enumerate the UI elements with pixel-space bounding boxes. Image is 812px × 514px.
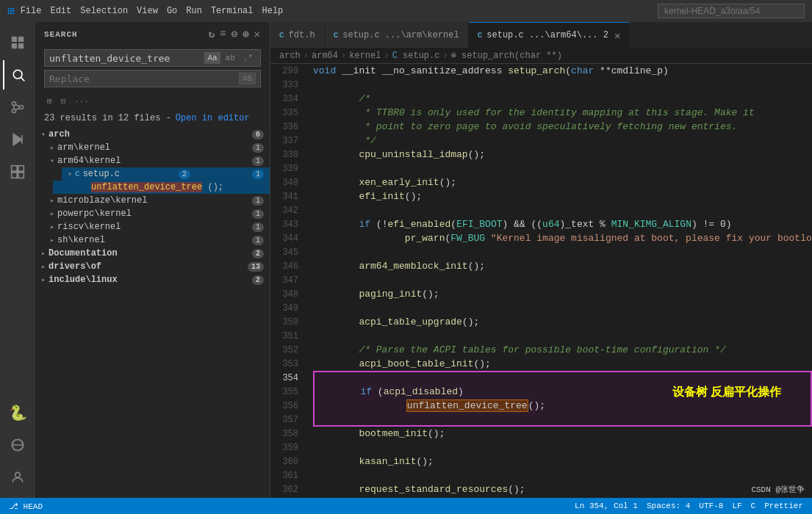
match-suffix: ();: [207, 182, 223, 192]
remote-explorer-icon[interactable]: [3, 430, 32, 460]
line-number-345: 345: [270, 245, 298, 259]
search-activity-icon[interactable]: [3, 60, 32, 90]
main-layout: 🐍 SEARCH ↻ ≡ ⊖ ⊕ ✕ Aa: [0, 22, 812, 498]
collapse-all-icon[interactable]: ⊖: [231, 28, 238, 40]
account-icon[interactable]: [3, 463, 32, 492]
status-encoding[interactable]: UTF-8: [699, 502, 723, 510]
arm64-kernel-header[interactable]: ▾ arm64\kernel 1: [44, 154, 270, 167]
close-icon[interactable]: ✕: [254, 28, 261, 40]
breadcrumb-function[interactable]: ⊕ setup_arch(char **): [451, 50, 562, 61]
menu-view[interactable]: View: [137, 6, 158, 16]
status-bar: ⎇ HEAD Ln 354, Col 1 Spaces: 4 UTF-8 LF …: [0, 498, 812, 514]
status-branch[interactable]: ⎇ HEAD: [9, 502, 43, 511]
tab-setup-c-arm[interactable]: C setup.c ...\arm\kernel: [325, 22, 469, 48]
setup-c-file-header[interactable]: ▾ C setup.c 2 1: [62, 167, 270, 181]
breadcrumb-arch[interactable]: arch: [279, 51, 301, 61]
riscv-kernel-header[interactable]: ▸ riscv\kernel 1: [44, 220, 270, 234]
whole-word-toggle[interactable]: ab: [223, 52, 238, 64]
menu-go[interactable]: Go: [167, 6, 177, 16]
code-line-349: [313, 301, 812, 315]
status-ln-col[interactable]: Ln 354, Col 1: [575, 502, 638, 510]
powerpc-kernel-header[interactable]: ▸ powerpc\kernel 1: [44, 207, 270, 220]
code-line-299: void __init __no_sanitize_address setup_…: [313, 64, 812, 78]
status-eol[interactable]: LF: [732, 502, 741, 510]
replace-input[interactable]: [49, 73, 236, 84]
status-language[interactable]: C: [751, 502, 756, 510]
search-input[interactable]: [49, 53, 201, 64]
refresh-icon[interactable]: ↻: [209, 28, 215, 40]
open-in-editor-link[interactable]: Open in editor: [176, 113, 250, 123]
code-token-plain: **cmdline_p): [594, 65, 668, 76]
svg-rect-14: [18, 173, 24, 178]
svg-marker-9: [13, 134, 22, 145]
python-icon[interactable]: 🐍: [3, 398, 32, 427]
status-spaces[interactable]: Spaces: 4: [647, 502, 690, 510]
code-editor: 2993333343353363373383393403413423433443…: [270, 64, 812, 498]
extensions-icon[interactable]: [3, 157, 32, 187]
code-token-fn: cpu_uninstall_idmap: [359, 149, 467, 160]
line-number-344: 344: [270, 231, 298, 245]
search-match-token: unflatten_device_tree: [406, 399, 528, 412]
filter-files-icon[interactable]: ⊞: [44, 95, 55, 107]
code-token-str: "Kernel image misaligned at boot, please…: [485, 233, 812, 244]
line-number-358: 358: [270, 427, 298, 441]
explorer-icon[interactable]: [3, 28, 32, 57]
replace-match-icon[interactable]: ⊕: [251, 183, 256, 192]
powerpc-badge: 1: [252, 209, 264, 219]
source-control-icon[interactable]: [3, 93, 32, 122]
clear-icon[interactable]: ≡: [220, 28, 226, 40]
arch-chevron-icon: ▾: [41, 130, 46, 139]
tab-fdt-h[interactable]: C fdt.h: [270, 22, 325, 48]
expand-all-icon[interactable]: ⊕: [242, 28, 249, 40]
breadcrumb-file[interactable]: C setup.c: [392, 51, 440, 61]
arm-kernel-header[interactable]: ▸ arm\kernel 1: [44, 141, 270, 154]
drivers-badge: 13: [248, 262, 264, 272]
breadcrumb-arm64[interactable]: arm64: [312, 51, 338, 61]
code-token-plain: __init __no_sanitize_address: [336, 65, 508, 76]
menu-bar[interactable]: File Edit Selection View Go Run Terminal…: [21, 6, 284, 16]
menu-help[interactable]: Help: [262, 6, 284, 16]
arm-kernel-label: arm\kernel: [57, 142, 110, 153]
menu-terminal[interactable]: Terminal: [211, 6, 254, 16]
riscv-badge: 1: [252, 222, 264, 232]
menu-run[interactable]: Run: [186, 6, 202, 16]
menu-selection[interactable]: Selection: [80, 6, 128, 16]
code-token-fn: setup_arch: [508, 65, 565, 76]
code-token-plain: ();: [439, 177, 456, 188]
code-content[interactable]: void __init __no_sanitize_address setup_…: [307, 64, 812, 498]
documentation-header[interactable]: ▸ Documentation 2: [35, 247, 270, 260]
dismiss-match-icon[interactable]: ✕: [259, 183, 264, 192]
case-sensitive-toggle[interactable]: Aa: [204, 52, 220, 64]
open-new-icon[interactable]: ⊟: [58, 95, 69, 107]
code-line-361: [313, 468, 812, 482]
breadcrumb-sep1: ›: [303, 51, 309, 61]
menu-edit[interactable]: Edit: [50, 6, 71, 16]
include-header[interactable]: ▸ include\linux 2: [35, 273, 270, 286]
tab-setup-c-arm64[interactable]: C setup.c ...\arm64\... 2 ✕: [469, 22, 630, 48]
lightbulb-icon[interactable]: 💡: [307, 358, 309, 369]
run-icon[interactable]: [3, 125, 32, 154]
menu-file[interactable]: File: [21, 6, 42, 16]
svg-rect-12: [18, 166, 24, 172]
code-token-plain: (: [565, 65, 571, 76]
breadcrumb: arch › arm64 › kernel › C setup.c › ⊕ se…: [270, 48, 812, 64]
arch-badge: 6: [252, 130, 264, 140]
tree-group-arch-header[interactable]: ▾ arch 6: [35, 128, 270, 141]
title-search-input[interactable]: [658, 4, 805, 18]
code-token-macro: EFI_BOOT: [456, 219, 502, 230]
search-box: Aa ab .*: [44, 49, 261, 67]
drivers-header[interactable]: ▸ drivers\of 13: [35, 260, 270, 273]
line-number-340: 340: [270, 175, 298, 189]
more-actions-icon[interactable]: ···: [71, 95, 92, 107]
regex-toggle[interactable]: .*: [240, 52, 256, 64]
replace-button[interactable]: AB: [239, 73, 256, 84]
breadcrumb-kernel[interactable]: kernel: [349, 51, 381, 61]
match-item-unflatten[interactable]: unflatten_device_tree (); ⊕ ✕: [53, 181, 270, 194]
microblaze-kernel-header[interactable]: ▸ microblaze\kernel 1: [44, 194, 270, 207]
code-token-cm: /*: [313, 93, 370, 104]
editor-tabs: C fdt.h C setup.c ...\arm\kernel C setup…: [270, 22, 812, 48]
match-highlighted-text: unflatten_device_tree: [91, 182, 202, 192]
sh-kernel-header[interactable]: ▸ sh\kernel 1: [44, 234, 270, 247]
tab-close-icon[interactable]: ✕: [614, 29, 620, 42]
status-formatter[interactable]: Prettier: [764, 502, 803, 510]
